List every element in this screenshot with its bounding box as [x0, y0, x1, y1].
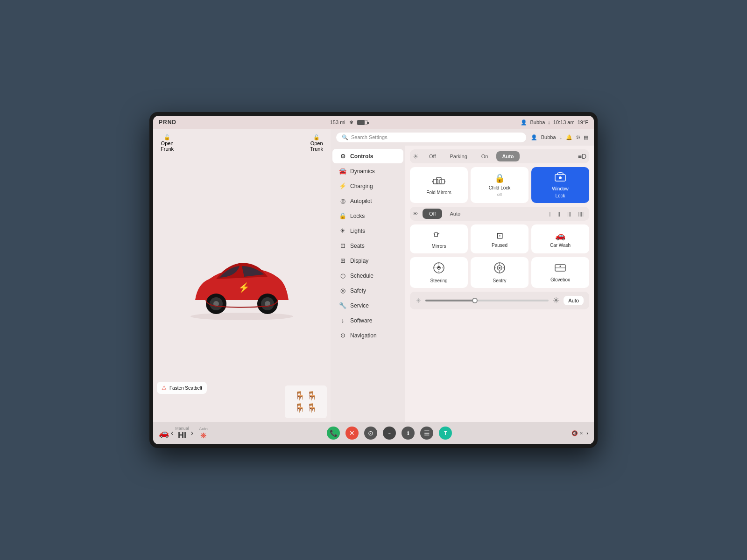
sidebar-item-lights[interactable]: ☀ Lights: [332, 224, 403, 238]
open-frunk-btn[interactable]: 🔓 Open Frunk: [161, 134, 174, 152]
sentry-icon: [493, 262, 506, 276]
autopilot-label: Autopilot: [350, 198, 372, 204]
wiper-1-btn[interactable]: |: [546, 209, 553, 218]
car-wash-label: Car Wash: [550, 243, 571, 248]
wiper-4-btn[interactable]: ||||: [576, 209, 586, 218]
hl-off[interactable]: Off: [423, 151, 441, 161]
child-lock-sub: off: [497, 192, 502, 197]
svg-text:⚡: ⚡: [238, 282, 250, 293]
sidebar-item-display[interactable]: ⊞ Display: [332, 253, 403, 268]
wiper-3-btn[interactable]: |||: [564, 209, 574, 218]
phone-btn[interactable]: 📞: [327, 427, 340, 440]
svg-rect-8: [433, 179, 438, 184]
glovebox-btn[interactable]: Glovebox: [531, 257, 589, 288]
seats-label: Seats: [350, 243, 365, 249]
volume-mute-icon: 🔇: [571, 430, 578, 436]
open-trunk-label: Open: [310, 140, 323, 146]
list-btn[interactable]: ☰: [420, 427, 433, 440]
sidebar-item-locks[interactable]: 🔒 Locks: [332, 209, 403, 223]
navigation-icon: ⊙: [339, 332, 346, 339]
more-btn[interactable]: ···: [383, 427, 396, 440]
search-bar[interactable]: 🔍 Search Settings: [336, 133, 526, 142]
sidebar-item-schedule[interactable]: ◷ Schedule: [332, 268, 403, 283]
wiper-2-btn[interactable]: ||: [555, 209, 563, 218]
charging-icon: ⚡: [339, 182, 346, 189]
sidebar-item-dynamics[interactable]: 🚘 Dynamics: [332, 164, 403, 178]
brightness-fill: [425, 300, 475, 301]
sidebar-item-autopilot[interactable]: ◎ Autopilot: [332, 194, 403, 208]
sidebar-item-service[interactable]: 🔧 Service: [332, 298, 403, 313]
hl-on[interactable]: On: [476, 151, 494, 161]
chevron-right-2-icon[interactable]: ›: [586, 430, 588, 436]
wiper-auto-btn[interactable]: Auto: [445, 209, 465, 219]
search-placeholder: Search Settings: [351, 134, 388, 140]
trunk-icon: 🔓: [313, 134, 320, 140]
brightness-sun-icon: ☀: [416, 297, 422, 304]
safety-icon: ◎: [339, 287, 346, 294]
auto-climate[interactable]: Auto ❋: [199, 427, 208, 440]
software-label: Software: [350, 317, 372, 324]
display-icon: ⊞: [339, 257, 346, 264]
autopilot-icon: ◎: [339, 197, 346, 204]
paused-btn[interactable]: ⊡ Paused: [471, 224, 529, 253]
brightness-thumb: [472, 298, 478, 303]
hl-parking[interactable]: Parking: [444, 151, 472, 161]
high-beam-icon[interactable]: ≡D: [578, 153, 586, 160]
hl-auto[interactable]: Auto: [496, 151, 519, 161]
wiper-speed-buttons: | || ||| ||||: [546, 209, 586, 218]
car-panel: 🔓 Open Frunk 🔓 Open Trunk: [153, 129, 331, 422]
cancel-btn[interactable]: ✕: [345, 427, 359, 440]
sidebar-item-safety[interactable]: ◎ Safety: [332, 283, 403, 298]
sidebar-item-navigation[interactable]: ⊙ Navigation: [332, 328, 403, 343]
window-lock-btn[interactable]: Window Lock: [531, 167, 589, 203]
btn-grid-row2: Mirrors ⊡ Paused 🚗 Car Wash: [410, 224, 589, 253]
charging-label: Charging: [350, 183, 373, 189]
header-icons: 👤 Bubba ↓ 🔔 𝔅 ▤: [531, 134, 588, 140]
seat-fl: 🪑: [295, 391, 305, 401]
car-wash-btn[interactable]: 🚗 Car Wash: [531, 224, 589, 253]
settings-body: ⊙ Controls 🚘 Dynamics ⚡ Charging ◎: [331, 146, 594, 422]
sidebar-item-charging[interactable]: ⚡ Charging: [332, 179, 403, 193]
snowflake-icon: ❄: [349, 119, 353, 126]
auto-climate-label: Auto: [199, 427, 208, 431]
steering-btn[interactable]: Steering: [410, 257, 468, 288]
climate-control[interactable]: Manual HI: [175, 426, 189, 441]
info-btn[interactable]: ℹ: [402, 427, 415, 440]
chevron-left-icon[interactable]: ‹: [171, 429, 173, 437]
mirrors-btn[interactable]: Mirrors: [410, 224, 468, 253]
taskbar-left: 🚗 ‹ Manual HI › Auto ❋: [159, 426, 208, 441]
volume-control[interactable]: 🔇 ×: [571, 430, 583, 436]
status-right: 👤 Bubba ↓ 10:13 am 19°F: [521, 119, 588, 126]
brightness-slider[interactable]: [425, 300, 549, 301]
chevron-right-icon[interactable]: ›: [191, 429, 193, 437]
manual-label: Manual: [175, 426, 189, 431]
lights-icon: ☀: [339, 227, 346, 234]
camera-btn[interactable]: ⊙: [364, 427, 377, 440]
controls-panel: ☀ Off Parking On Auto ≡D: [405, 146, 594, 422]
sidebar-item-software[interactable]: ↓ Software: [332, 313, 403, 328]
temperature: 19°F: [578, 119, 588, 125]
fold-mirrors-label: Fold Mirrors: [426, 190, 451, 195]
auto-brightness-label: Auto: [568, 298, 579, 303]
sidebar-item-controls[interactable]: ⊙ Controls: [332, 149, 403, 163]
svg-rect-9: [440, 179, 444, 184]
temp-hi-label: HI: [175, 431, 189, 441]
time: 10:13 am: [553, 119, 575, 125]
open-trunk-btn[interactable]: 🔓 Open Trunk: [310, 134, 323, 152]
prnd-indicator: PRND: [159, 119, 176, 126]
fold-mirrors-icon: [432, 175, 445, 188]
settings-header: 🔍 Search Settings 👤 Bubba ↓ 🔔 𝔅 ▤: [331, 129, 594, 146]
auto-brightness-btn[interactable]: Auto: [564, 296, 584, 305]
child-lock-btn[interactable]: 🔒 Child Lock off: [471, 167, 529, 203]
sidebar: ⊙ Controls 🚘 Dynamics ⚡ Charging ◎: [331, 146, 405, 422]
header-driver-name: Bubba: [541, 134, 556, 140]
sentry-btn[interactable]: Sentry: [471, 257, 529, 288]
lights-label: Lights: [350, 228, 365, 234]
glovebox-label: Glovebox: [550, 277, 570, 282]
paused-icon: ⊡: [496, 231, 503, 241]
wiper-off-btn[interactable]: Off: [423, 209, 442, 219]
fold-mirrors-btn[interactable]: Fold Mirrors: [410, 167, 468, 203]
sidebar-item-seats[interactable]: ⊡ Seats: [332, 238, 403, 253]
right-panel: 🔍 Search Settings 👤 Bubba ↓ 🔔 𝔅 ▤: [331, 129, 594, 422]
teal-btn[interactable]: T: [439, 427, 452, 440]
